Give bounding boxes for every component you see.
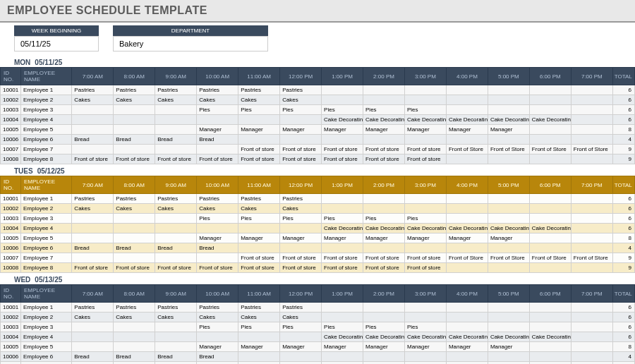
cell-task[interactable]: Front of store: [322, 253, 363, 263]
cell-task[interactable]: Pies: [280, 214, 322, 224]
cell-task[interactable]: Pastries: [238, 194, 280, 204]
cell-task[interactable]: Cake Decorating: [322, 115, 363, 125]
cell-task[interactable]: Pastries: [197, 303, 238, 313]
cell-task[interactable]: Pies: [322, 105, 363, 115]
cell-task[interactable]: Bread: [155, 352, 197, 362]
cell-id[interactable]: 10006: [1, 352, 21, 362]
cell-task[interactable]: Pastries: [114, 303, 155, 313]
cell-task[interactable]: [529, 352, 571, 362]
cell-task[interactable]: [488, 95, 529, 105]
cell-task[interactable]: Cake Decorating: [488, 332, 529, 342]
cell-task[interactable]: [322, 204, 363, 214]
cell-task[interactable]: Bread: [72, 352, 114, 362]
cell-task[interactable]: [114, 224, 155, 233]
cell-task[interactable]: Cakes: [155, 313, 197, 322]
cell-task[interactable]: [571, 303, 612, 313]
cell-task[interactable]: Cake Decorating: [529, 332, 571, 342]
cell-task[interactable]: [446, 105, 488, 115]
cell-task[interactable]: Manager: [488, 342, 529, 352]
cell-task[interactable]: [446, 322, 488, 332]
cell-task[interactable]: Bread: [197, 243, 238, 253]
cell-task[interactable]: [488, 204, 529, 214]
cell-task[interactable]: Manager: [322, 342, 363, 352]
cell-task[interactable]: Front of store: [114, 263, 155, 273]
cell-task[interactable]: [72, 224, 114, 233]
cell-task[interactable]: Front of store: [280, 263, 322, 273]
cell-task[interactable]: [404, 194, 446, 204]
cell-task[interactable]: Manager: [404, 342, 446, 352]
cell-task[interactable]: Cake Decorating: [363, 224, 405, 233]
cell-task[interactable]: [571, 224, 612, 233]
cell-task[interactable]: [529, 125, 571, 135]
cell-task[interactable]: Front of store: [238, 145, 280, 154]
cell-task[interactable]: [529, 342, 571, 352]
cell-task[interactable]: Manager: [446, 233, 488, 243]
cell-task[interactable]: Cake Decorating: [404, 115, 446, 125]
cell-task[interactable]: [529, 194, 571, 204]
cell-task[interactable]: [571, 243, 612, 253]
cell-task[interactable]: Pies: [197, 322, 238, 332]
cell-task[interactable]: Manager: [322, 233, 363, 243]
cell-name[interactable]: Employee 1: [20, 303, 71, 313]
cell-task[interactable]: [488, 243, 529, 253]
cell-task[interactable]: Cakes: [72, 95, 114, 105]
cell-task[interactable]: Pastries: [238, 303, 280, 313]
cell-task[interactable]: [155, 224, 197, 233]
cell-id[interactable]: 10001: [1, 194, 21, 204]
cell-task[interactable]: [155, 342, 197, 352]
cell-task[interactable]: [488, 154, 529, 164]
cell-name[interactable]: Employee 8: [20, 263, 71, 273]
cell-name[interactable]: Employee 6: [20, 352, 71, 362]
cell-task[interactable]: Bread: [72, 135, 114, 145]
cell-task[interactable]: [280, 115, 322, 125]
cell-task[interactable]: [72, 115, 114, 125]
cell-task[interactable]: [446, 263, 488, 273]
cell-name[interactable]: Employee 6: [20, 135, 71, 145]
cell-task[interactable]: [446, 194, 488, 204]
cell-id[interactable]: 10003: [1, 322, 21, 332]
cell-task[interactable]: Cake Decorating: [404, 224, 446, 233]
cell-task[interactable]: [155, 332, 197, 342]
cell-task[interactable]: [488, 214, 529, 224]
cell-name[interactable]: Employee 2: [20, 95, 71, 105]
cell-id[interactable]: 10002: [1, 313, 21, 322]
cell-task[interactable]: Manager: [404, 125, 446, 135]
cell-task[interactable]: [488, 263, 529, 273]
cell-id[interactable]: 10005: [1, 233, 21, 243]
cell-task[interactable]: [571, 125, 612, 135]
cell-name[interactable]: Employee 4: [20, 115, 71, 125]
cell-task[interactable]: [114, 322, 155, 332]
cell-task[interactable]: Manager: [363, 125, 405, 135]
cell-task[interactable]: [529, 303, 571, 313]
cell-task[interactable]: Cake Decorating: [322, 224, 363, 233]
cell-task[interactable]: Cakes: [238, 95, 280, 105]
cell-task[interactable]: [363, 85, 405, 95]
cell-task[interactable]: [72, 233, 114, 243]
cell-task[interactable]: [529, 105, 571, 115]
cell-task[interactable]: Bread: [72, 243, 114, 253]
cell-task[interactable]: [404, 352, 446, 362]
cell-task[interactable]: [446, 95, 488, 105]
cell-task[interactable]: Cakes: [280, 204, 322, 214]
cell-task[interactable]: Pastries: [72, 194, 114, 204]
cell-id[interactable]: 10006: [1, 135, 21, 145]
cell-task[interactable]: Pies: [404, 214, 446, 224]
cell-name[interactable]: Employee 3: [20, 322, 71, 332]
cell-id[interactable]: 10006: [1, 243, 21, 253]
cell-task[interactable]: [280, 332, 322, 342]
cell-task[interactable]: Front of store: [197, 263, 238, 273]
cell-task[interactable]: Front of store: [404, 253, 446, 263]
cell-task[interactable]: Cake Decorating: [529, 115, 571, 125]
cell-task[interactable]: [404, 243, 446, 253]
cell-task[interactable]: Pastries: [72, 303, 114, 313]
cell-name[interactable]: Employee 5: [20, 233, 71, 243]
cell-task[interactable]: [114, 115, 155, 125]
cell-task[interactable]: [363, 303, 405, 313]
cell-task[interactable]: [571, 233, 612, 243]
cell-task[interactable]: Front of store: [72, 154, 114, 164]
cell-task[interactable]: Cakes: [114, 95, 155, 105]
cell-task[interactable]: [322, 352, 363, 362]
cell-name[interactable]: Employee 6: [20, 243, 71, 253]
cell-task[interactable]: Front of store: [363, 253, 405, 263]
cell-task[interactable]: Bread: [114, 243, 155, 253]
